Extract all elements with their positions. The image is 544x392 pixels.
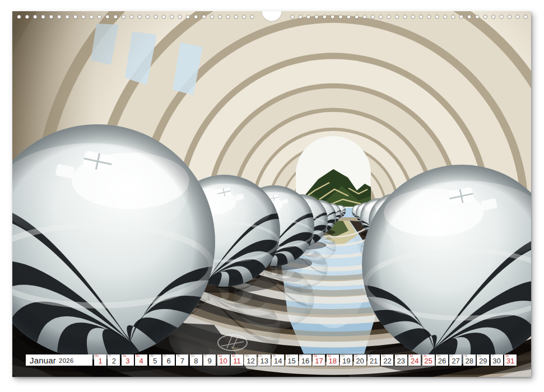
day-number: 7 xyxy=(176,357,188,365)
day-number: 13 xyxy=(258,357,271,365)
day-number: 26 xyxy=(436,357,448,365)
day-number: 25 xyxy=(422,357,435,365)
day-cell: Sa10 xyxy=(217,354,230,366)
day-cell: Fr23 xyxy=(395,354,407,366)
artwork-image xyxy=(12,11,531,377)
day-number: 6 xyxy=(162,357,175,365)
day-number: 23 xyxy=(395,357,407,365)
day-cell: Di20 xyxy=(354,354,366,366)
day-cell: Sa24 xyxy=(408,354,421,366)
day-number: 14 xyxy=(272,357,284,365)
day-cell: Fr9 xyxy=(203,354,216,366)
day-cell: Mi28 xyxy=(463,354,476,366)
day-cell: Di13 xyxy=(258,354,271,366)
day-cell: Do1 xyxy=(94,354,106,366)
day-cell: Do22 xyxy=(381,354,393,366)
day-number: 12 xyxy=(244,357,257,365)
day-cell: Mo26 xyxy=(436,354,448,366)
day-number: 24 xyxy=(408,357,421,365)
calendar-page: Januar 2026 Do1Fr2Sa3So4Mo5Di6Mi7Do8Fr9S… xyxy=(12,11,531,377)
day-cell: Do15 xyxy=(286,354,298,366)
day-number: 8 xyxy=(190,357,202,365)
day-number: 28 xyxy=(463,357,476,365)
day-number: 2 xyxy=(108,357,120,365)
day-cell: So18 xyxy=(327,354,339,366)
calendar-mockup: Januar 2026 Do1Fr2Sa3So4Mo5Di6Mi7Do8Fr9S… xyxy=(0,0,544,392)
year-label: 2026 xyxy=(59,357,73,364)
day-cell: Sa3 xyxy=(122,354,134,366)
day-number: 4 xyxy=(135,357,147,365)
day-cell: Mi7 xyxy=(176,354,188,366)
day-cell: Mo5 xyxy=(149,354,161,366)
day-cell: Sa31 xyxy=(504,354,517,366)
day-cell: Do8 xyxy=(190,354,202,366)
day-number: 29 xyxy=(477,357,489,365)
day-number: 31 xyxy=(504,357,517,365)
day-number: 11 xyxy=(231,357,243,365)
day-cell: Mo19 xyxy=(340,354,352,366)
day-cell: Fr16 xyxy=(299,354,311,366)
day-cell: So11 xyxy=(231,354,243,366)
day-cell: Mo12 xyxy=(244,354,257,366)
day-cell: Mi21 xyxy=(368,354,380,366)
day-number: 22 xyxy=(381,357,393,365)
day-number: 3 xyxy=(122,357,134,365)
day-number: 18 xyxy=(327,357,339,365)
day-number: 20 xyxy=(354,357,366,365)
day-number: 30 xyxy=(491,357,503,365)
day-number: 16 xyxy=(299,357,311,365)
month-box: Januar 2026 xyxy=(26,354,92,366)
day-number: 21 xyxy=(368,357,380,365)
day-cell: Sa17 xyxy=(313,354,325,366)
day-cell: Fr2 xyxy=(108,354,120,366)
day-number: 1 xyxy=(94,357,106,365)
day-cell: So25 xyxy=(422,354,435,366)
day-cell: Di27 xyxy=(449,354,462,366)
day-cell: Fr30 xyxy=(491,354,503,366)
day-cell: Do29 xyxy=(477,354,489,366)
day-number: 27 xyxy=(449,357,462,365)
day-cell: So4 xyxy=(135,354,147,366)
day-number: 10 xyxy=(217,357,230,365)
month-label: Januar xyxy=(30,356,56,365)
day-number: 17 xyxy=(313,357,325,365)
day-number: 15 xyxy=(286,357,298,365)
day-number: 9 xyxy=(203,357,216,365)
day-cell: Di6 xyxy=(162,354,175,366)
day-number: 5 xyxy=(149,357,161,365)
date-strip: Januar 2026 Do1Fr2Sa3So4Mo5Di6Mi7Do8Fr9S… xyxy=(12,354,531,367)
day-number: 19 xyxy=(340,357,352,365)
day-cell: Mi14 xyxy=(272,354,284,366)
